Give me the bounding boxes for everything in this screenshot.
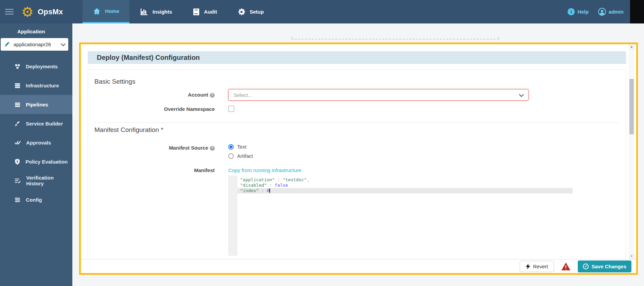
scroll-up-arrow-icon[interactable]: ▲ [629, 44, 634, 50]
sidebar-item-label: Config [26, 197, 42, 203]
sidebar-item-label: Pipelines [26, 102, 48, 107]
account-select-placeholder: Select... [234, 92, 252, 98]
sidebar-item-pipelines[interactable]: Pipelines [0, 95, 72, 114]
basic-settings-heading: Basic Settings [94, 78, 135, 85]
code-line: "application" : "testdoc", [237, 177, 573, 183]
home-icon [93, 7, 101, 15]
page-title: Deploy (Manifest) Configuration [97, 54, 200, 62]
revert-label: Revert [533, 264, 548, 269]
opsmx-brand[interactable]: ⚙ OpsMx [20, 0, 63, 23]
panel-scrollbar[interactable]: ▲ ▼ [629, 44, 634, 259]
sidebar-item-label: Approvals [26, 140, 51, 146]
override-namespace-label: Override Namespace [88, 106, 215, 112]
sidebar: Application applicationapr26 Deployments… [0, 23, 72, 286]
application-selector-value: applicationapr26 [14, 41, 51, 47]
user-menu[interactable]: admin [598, 8, 624, 16]
manifest-source-option-artifact[interactable]: Artifact [228, 153, 253, 159]
lightning-bolt-icon [526, 264, 530, 269]
approvals-double-check-icon [14, 139, 21, 146]
main-content-area: Deploy (Manifest) Configuration Basic Se… [72, 23, 644, 286]
help-label: Help [577, 9, 589, 15]
nav-right-area: i Help admin [568, 0, 624, 23]
audit-book-icon [193, 8, 200, 16]
save-changes-button[interactable]: ✓ Save Changes [578, 260, 631, 272]
footer-action-bar: Revert ✓ Save Changes [81, 259, 636, 273]
sidebar-item-label: Deployments [26, 64, 58, 69]
override-namespace-checkbox[interactable] [228, 106, 234, 112]
account-select[interactable]: Select... [228, 89, 529, 101]
tab-home-label: Home [105, 8, 119, 14]
save-changes-label: Save Changes [591, 264, 626, 269]
stage-config-highlight-box: Deploy (Manifest) Configuration Basic Se… [79, 43, 638, 275]
sidebar-menu: Deployments Infrastructure Pipelines [0, 57, 72, 209]
infrastructure-icon [14, 82, 21, 89]
tab-insights-label: Insights [153, 9, 172, 15]
manifest-code-editor[interactable]: "application" : "testdoc", "disabled" : … [228, 175, 573, 256]
policy-shield-icon [14, 158, 20, 165]
warning-triangle-icon [561, 263, 570, 270]
setup-gear-icon [237, 8, 246, 16]
help-circle-icon[interactable]: ? [210, 146, 215, 151]
application-selector-dropdown[interactable]: applicationapr26 [1, 38, 68, 51]
check-circle-icon: ✓ [583, 264, 589, 269]
opsmx-gear-logo-icon: ⚙ [20, 5, 35, 19]
manifest-source-label: Manifest Source? [88, 145, 215, 151]
tab-home[interactable]: Home [83, 0, 129, 23]
service-builder-icon [14, 120, 21, 127]
tab-insights[interactable]: Insights [129, 0, 182, 23]
top-navigation-bar: ⚙ OpsMx Home Insights [0, 0, 644, 23]
copy-from-running-infrastructure-link[interactable]: Copy from running infrastructure [228, 167, 301, 173]
verification-history-icon [14, 178, 21, 184]
help-circle-icon[interactable]: ? [210, 93, 215, 98]
sidebar-item-label: Infrastructure [26, 83, 59, 88]
sidebar-item-label: Service Builder [26, 121, 63, 127]
application-section-label: Application [17, 29, 72, 34]
sidebar-item-infrastructure[interactable]: Infrastructure [0, 76, 72, 95]
sidebar-item-policy-evaluation[interactable]: Policy Evaluation [0, 152, 72, 171]
nav-tabs: Home Insights Audit [83, 0, 274, 23]
username-label: admin [609, 9, 624, 15]
account-label: Account? [88, 92, 215, 98]
scroll-down-arrow-icon[interactable]: ▼ [629, 254, 634, 259]
config-header-bar: Deploy (Manifest) Configuration [88, 51, 626, 64]
bar-chart-icon [140, 8, 148, 16]
radio-unselected-icon[interactable] [228, 153, 234, 159]
hamburger-menu-icon[interactable] [5, 7, 14, 16]
scrollbar-thumb[interactable] [629, 79, 634, 134]
help-button[interactable]: i Help [568, 8, 589, 15]
pipelines-icon [14, 101, 21, 108]
sidebar-item-label: Policy Evaluation [25, 159, 68, 165]
sidebar-item-deployments[interactable]: Deployments [0, 57, 72, 76]
user-avatar-icon [598, 8, 606, 16]
info-icon: i [568, 8, 575, 15]
radio-selected-icon[interactable] [228, 144, 234, 150]
manifest-source-option-text[interactable]: Text [228, 144, 247, 150]
section-divider [94, 122, 620, 123]
editor-code-lines: "application" : "testdoc", "disabled" : … [237, 177, 573, 194]
sidebar-item-service-builder[interactable]: Service Builder [0, 114, 72, 133]
manifest-configuration-heading: Manifest Configuration * [94, 126, 163, 134]
editor-gutter [228, 175, 237, 256]
deployments-icon [14, 63, 21, 70]
manifest-label: Manifest [88, 167, 215, 173]
revert-button[interactable]: Revert [520, 261, 554, 272]
collapsed-dashed-dropzone [291, 37, 499, 39]
code-line: "disabled" : false [237, 183, 573, 188]
sidebar-item-verification-history[interactable]: Verification History [0, 171, 72, 190]
chevron-down-icon [61, 41, 66, 46]
spinnaker-sail-icon [4, 41, 11, 48]
tab-setup[interactable]: Setup [227, 0, 274, 23]
nav-corner-strip [630, 0, 644, 23]
sidebar-item-label: Verification History [26, 175, 72, 186]
text-cursor [269, 188, 270, 193]
tab-audit[interactable]: Audit [182, 0, 227, 23]
tab-audit-label: Audit [204, 9, 217, 15]
config-icon [14, 197, 21, 203]
sidebar-item-config[interactable]: Config [0, 190, 72, 209]
chevron-down-icon [519, 92, 524, 97]
code-line-active: "index" : 0 [237, 188, 573, 194]
sidebar-item-approvals[interactable]: Approvals [0, 133, 72, 152]
config-panel: Basic Settings Account? Select... Overri… [88, 69, 626, 259]
radio-label: Artifact [237, 153, 253, 159]
tab-setup-label: Setup [250, 9, 264, 15]
